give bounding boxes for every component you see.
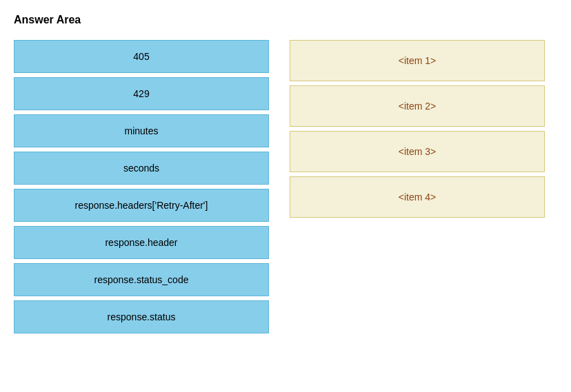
blue-item-minutes[interactable]: minutes	[14, 114, 269, 147]
blue-item-429[interactable]: 429	[14, 77, 269, 110]
blue-item-retry-after[interactable]: response.headers['Retry-After']	[14, 189, 269, 222]
yellow-slot-3[interactable]: <item 3>	[290, 131, 545, 172]
blue-item-405[interactable]: 405	[14, 40, 269, 73]
blue-item-status[interactable]: response.status	[14, 300, 269, 333]
right-column: <item 1> <item 2> <item 3> <item 4>	[290, 40, 545, 218]
yellow-slot-4[interactable]: <item 4>	[290, 176, 545, 218]
blue-item-status-code[interactable]: response.status_code	[14, 263, 269, 296]
yellow-slot-1[interactable]: <item 1>	[290, 40, 545, 81]
blue-item-seconds[interactable]: seconds	[14, 152, 269, 185]
page-title: Answer Area	[14, 14, 557, 26]
answer-area: 405 429 minutes seconds response.headers…	[14, 40, 557, 333]
yellow-slot-2[interactable]: <item 2>	[290, 85, 545, 127]
left-column: 405 429 minutes seconds response.headers…	[14, 40, 269, 333]
blue-item-response-header[interactable]: response.header	[14, 226, 269, 259]
